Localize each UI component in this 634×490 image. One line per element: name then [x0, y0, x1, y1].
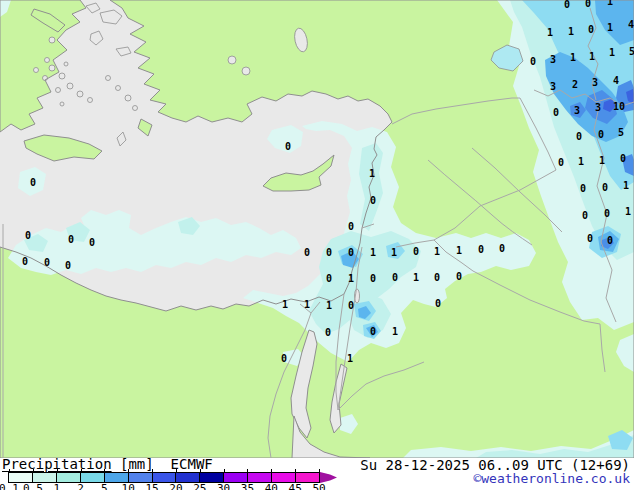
scale-tick	[200, 469, 201, 472]
scale-label-15: 15	[145, 483, 158, 490]
scale-tick	[319, 469, 320, 472]
scale-label-10: 10	[122, 483, 135, 490]
scale-tick	[152, 469, 153, 472]
scale-cell-35	[247, 473, 271, 482]
scale-label-2: 2	[77, 483, 84, 490]
scale-tick	[295, 469, 296, 472]
footer-right: Su 28-12-2025 06..09 UTC (12+69) ©weathe…	[360, 458, 630, 485]
scale-cell-45	[295, 473, 319, 482]
scale-label-0.1: 0.1	[0, 483, 19, 490]
scale-cell-0.1	[9, 473, 32, 482]
color-scale: 0.10.5125101520253035404550	[8, 469, 353, 490]
legend-bar: Precipitation [mm] ECMWF 0.10.5125101520…	[0, 458, 634, 490]
scale-tick	[271, 469, 272, 472]
weather-map-page: 0000000010000011011000100100111000010100…	[0, 0, 634, 490]
scale-tick	[176, 469, 177, 472]
scale-cell-5	[104, 473, 128, 482]
scale-tick	[128, 469, 129, 472]
scale-label-0.5: 0.5	[23, 483, 43, 490]
scale-tick	[9, 469, 10, 472]
datetime-label: Su 28-12-2025 06..09 UTC (12+69)	[360, 458, 630, 472]
scale-tick	[57, 469, 58, 472]
scale-tick	[224, 469, 225, 472]
scale-label-25: 25	[193, 483, 206, 490]
scale-cell-25	[199, 473, 223, 482]
scale-label-20: 20	[169, 483, 182, 490]
scale-cell-15	[152, 473, 176, 482]
scale-cell-1	[56, 473, 80, 482]
scale-tick	[104, 469, 105, 472]
scale-label-50: 50	[312, 483, 325, 490]
scale-label-1: 1	[53, 483, 60, 490]
scale-label-5: 5	[101, 483, 108, 490]
weather-map	[0, 0, 634, 458]
scale-tick	[33, 469, 34, 472]
scale-tick	[81, 469, 82, 472]
scale-tick	[247, 469, 248, 472]
scale-label-30: 30	[217, 483, 230, 490]
scale-cell-0.5	[32, 473, 56, 482]
scale-cell-2	[80, 473, 104, 482]
scale-cell-10	[128, 473, 152, 482]
scale-label-40: 40	[265, 483, 278, 490]
scale-label-45: 45	[289, 483, 302, 490]
scale-cell-40	[271, 473, 295, 482]
scale-label-35: 35	[241, 483, 254, 490]
copyright-label: ©weatheronline.co.uk	[360, 472, 630, 485]
scale-cell-30	[223, 473, 247, 482]
scale-cell-20	[175, 473, 199, 482]
